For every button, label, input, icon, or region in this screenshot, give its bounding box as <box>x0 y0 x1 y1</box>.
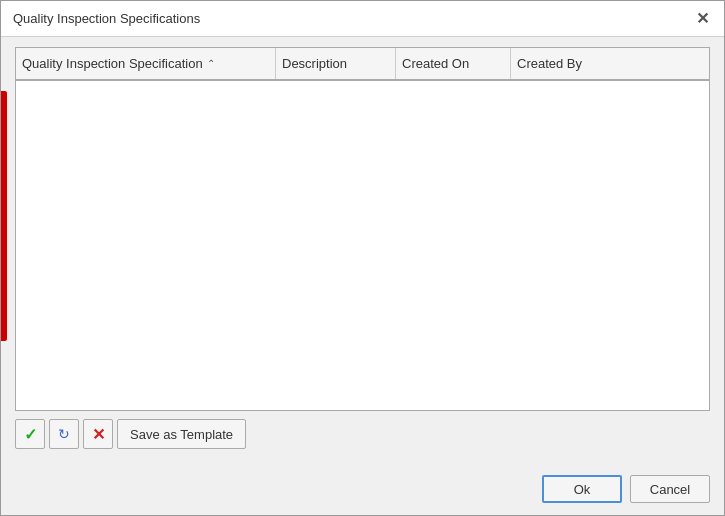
delete-button[interactable]: ✕ <box>83 419 113 449</box>
toolbar: ✓ ↻ ✕ Save as Template <box>15 411 710 457</box>
check-icon: ✓ <box>24 425 37 444</box>
title-bar: Quality Inspection Specifications ✕ <box>1 1 724 37</box>
col-header-qi-spec[interactable]: Quality Inspection Specification ⌃ <box>16 48 276 79</box>
dialog-title: Quality Inspection Specifications <box>13 11 200 26</box>
table-header: Quality Inspection Specification ⌃ Descr… <box>16 48 709 81</box>
accept-button[interactable]: ✓ <box>15 419 45 449</box>
table-body <box>16 81 709 407</box>
sort-icon-qi-spec: ⌃ <box>207 58 215 69</box>
save-template-button[interactable]: Save as Template <box>117 419 246 449</box>
data-table: Quality Inspection Specification ⌃ Descr… <box>15 47 710 411</box>
refresh-button[interactable]: ↻ <box>49 419 79 449</box>
content-area: Quality Inspection Specification ⌃ Descr… <box>1 37 724 467</box>
col-created-on-label: Created On <box>402 56 469 71</box>
col-header-desc[interactable]: Description <box>276 48 396 79</box>
refresh-icon: ↻ <box>58 426 70 442</box>
col-desc-label: Description <box>282 56 347 71</box>
red-indicator <box>1 91 7 341</box>
footer: Ok Cancel <box>1 467 724 515</box>
close-button[interactable]: ✕ <box>692 9 712 29</box>
col-created-by-label: Created By <box>517 56 582 71</box>
dialog: Quality Inspection Specifications ✕ Qual… <box>0 0 725 516</box>
x-icon: ✕ <box>92 425 105 444</box>
col-header-created-on[interactable]: Created On <box>396 48 511 79</box>
ok-button[interactable]: Ok <box>542 475 622 503</box>
cancel-button[interactable]: Cancel <box>630 475 710 503</box>
col-header-created-by[interactable]: Created By <box>511 48 709 79</box>
col-qi-spec-label: Quality Inspection Specification <box>22 56 203 71</box>
